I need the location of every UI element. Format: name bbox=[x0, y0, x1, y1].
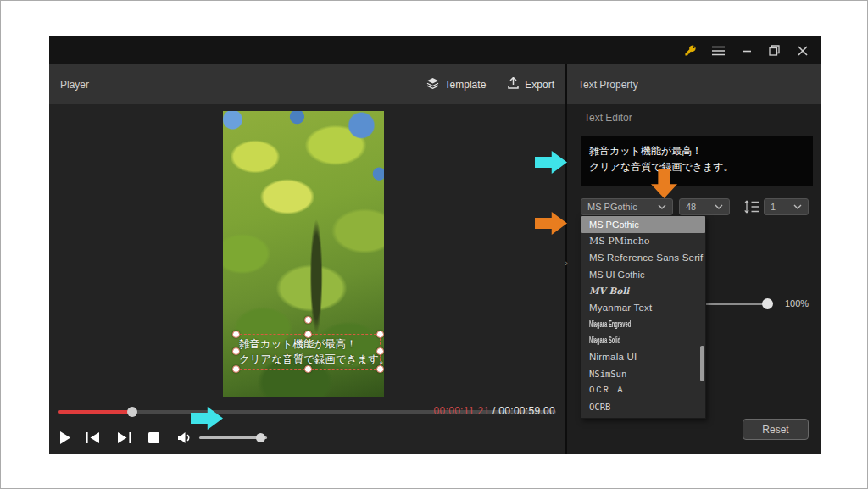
font-option[interactable]: MS Reference Sans Serif bbox=[581, 250, 705, 267]
minimize-icon[interactable] bbox=[740, 44, 753, 57]
previous-frame-button[interactable] bbox=[84, 429, 101, 446]
player-header: Player Template Export bbox=[49, 64, 565, 104]
font-size-select[interactable]: 48 bbox=[679, 198, 730, 215]
current-time: 00:00:11.21 bbox=[434, 405, 490, 417]
transport-controls: 9:16 bbox=[49, 427, 565, 449]
chevron-down-icon bbox=[793, 204, 802, 209]
font-size-value: 48 bbox=[686, 202, 696, 212]
handle-bottom-left[interactable] bbox=[232, 365, 240, 373]
video-preview[interactable]: 雑音カット機能が最高！ クリアな音質で録画できます。 bbox=[223, 111, 384, 397]
font-family-value: MS PGothic bbox=[587, 202, 637, 212]
editor-line2: クリアな音質で録画できます。 bbox=[589, 159, 804, 175]
font-option[interactable]: OCRB bbox=[581, 398, 705, 415]
text-editor-input[interactable]: 雑音カット機能が最高！ クリアな音質で録画できます。 bbox=[581, 136, 813, 186]
handle-top-left[interactable] bbox=[232, 331, 240, 338]
text-property-body: Text Editor 雑音カット機能が最高！ クリアな音質で録画できます。 M… bbox=[567, 104, 821, 454]
font-option[interactable]: MS PGothic bbox=[581, 216, 705, 233]
close-icon[interactable] bbox=[796, 44, 809, 57]
reset-label: Reset bbox=[762, 424, 788, 436]
font-option[interactable]: MS PMincho bbox=[581, 233, 705, 250]
titlebar bbox=[49, 36, 821, 64]
font-option[interactable]: Niagara Solid bbox=[581, 332, 705, 349]
handle-bottom-center[interactable] bbox=[304, 365, 312, 373]
template-button[interactable]: Template bbox=[426, 77, 487, 92]
line-spacing-select[interactable]: 1 bbox=[764, 198, 809, 215]
volume-icon[interactable] bbox=[176, 429, 193, 446]
player-panel: Player Template Export bbox=[49, 64, 565, 454]
total-time: 00:00:59.00 bbox=[498, 405, 555, 417]
screenshot-frame: Player Template Export bbox=[0, 0, 868, 489]
font-option[interactable]: MV Boli bbox=[581, 283, 705, 300]
opacity-slider[interactable] bbox=[703, 303, 769, 305]
font-option[interactable]: Old English Text MT bbox=[581, 415, 705, 420]
handle-top-right[interactable] bbox=[376, 331, 384, 338]
font-family-select[interactable]: MS PGothic bbox=[581, 198, 673, 215]
font-option[interactable]: OCR A bbox=[581, 382, 705, 399]
reset-button[interactable]: Reset bbox=[743, 419, 809, 440]
rotate-handle[interactable] bbox=[304, 316, 312, 324]
dropdown-scrollbar[interactable] bbox=[700, 346, 704, 381]
line-spacing-value: 1 bbox=[771, 202, 776, 212]
handle-mid-left[interactable] bbox=[232, 347, 240, 355]
play-button[interactable] bbox=[56, 429, 73, 446]
font-option[interactable]: NSimSun bbox=[581, 365, 705, 382]
font-option[interactable]: Myanmar Text bbox=[581, 299, 705, 316]
text-property-title: Text Property bbox=[578, 79, 638, 91]
template-label: Template bbox=[445, 79, 487, 91]
restore-icon[interactable] bbox=[768, 44, 781, 57]
time-separator: / bbox=[489, 405, 498, 417]
key-icon[interactable] bbox=[684, 44, 697, 57]
panel-collapse-chevron[interactable]: › bbox=[561, 257, 571, 269]
timecode: 00:00:11.21 / 00:00:59.00 bbox=[434, 405, 555, 417]
stop-button[interactable] bbox=[145, 429, 162, 446]
player-title: Player bbox=[60, 79, 89, 91]
opacity-value: 100% bbox=[785, 298, 809, 308]
font-option[interactable]: MS UI Gothic bbox=[581, 266, 705, 283]
app-window: Player Template Export bbox=[49, 36, 821, 454]
chevron-down-icon bbox=[658, 204, 666, 209]
chevron-down-icon bbox=[715, 204, 723, 209]
text-overlay-selection[interactable]: 雑音カット機能が最高！ クリアな音質で録画できます。 bbox=[236, 334, 381, 370]
volume-slider[interactable] bbox=[199, 436, 267, 439]
handle-mid-right[interactable] bbox=[376, 347, 384, 355]
line-spacing-icon bbox=[743, 199, 760, 214]
handle-top-center[interactable] bbox=[304, 331, 312, 338]
export-label: Export bbox=[525, 79, 554, 91]
font-option[interactable]: Niagara Engraved bbox=[581, 316, 705, 333]
menu-icon[interactable] bbox=[712, 44, 725, 57]
layers-icon bbox=[426, 77, 439, 92]
opacity-slider-handle[interactable] bbox=[762, 298, 773, 309]
font-option[interactable]: Nirmala UI bbox=[581, 349, 705, 366]
editor-line1: 雑音カット機能が最高！ bbox=[589, 143, 804, 159]
next-frame-button[interactable] bbox=[116, 429, 133, 446]
text-editor-label: Text Editor bbox=[584, 112, 632, 124]
text-property-header: Text Property bbox=[567, 64, 821, 104]
text-property-panel: Text Property Text Editor 雑音カット機能が最高！ クリ… bbox=[567, 64, 821, 454]
export-button[interactable]: Export bbox=[508, 77, 554, 92]
export-icon bbox=[508, 77, 519, 92]
volume-handle[interactable] bbox=[256, 433, 265, 442]
handle-bottom-right[interactable] bbox=[376, 365, 384, 373]
font-dropdown-list: MS PGothic MS PMincho MS Reference Sans … bbox=[581, 215, 706, 419]
seek-handle[interactable] bbox=[127, 407, 137, 417]
seek-progress bbox=[58, 410, 132, 414]
player-body: 雑音カット機能が最高！ クリアな音質で録画できます。 bbox=[49, 104, 565, 454]
overlay-text-line1: 雑音カット機能が最高！ bbox=[236, 336, 380, 352]
